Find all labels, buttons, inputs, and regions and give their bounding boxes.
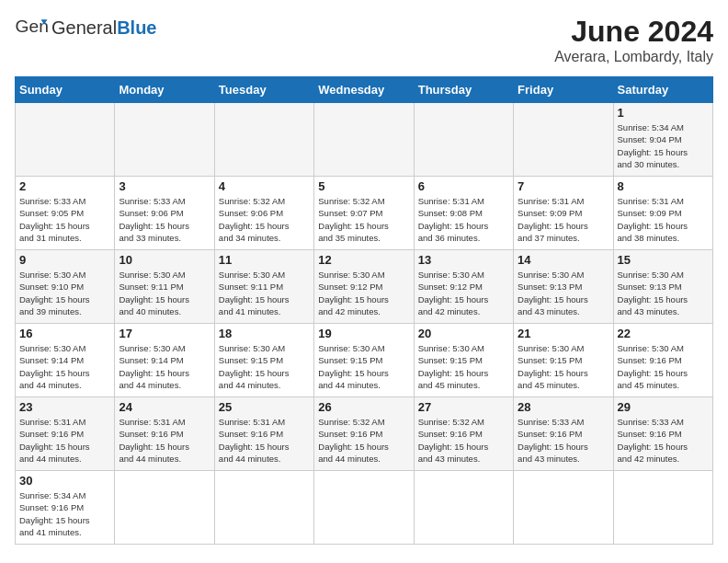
day-info: Sunrise: 5:30 AMSunset: 9:14 PMDaylight:… bbox=[19, 342, 110, 391]
day-number: 24 bbox=[119, 400, 210, 414]
calendar-cell: 23Sunrise: 5:31 AMSunset: 9:16 PMDayligh… bbox=[16, 397, 115, 471]
calendar-title: June 2024 bbox=[554, 15, 713, 49]
day-info: Sunrise: 5:30 AMSunset: 9:13 PMDaylight:… bbox=[618, 269, 709, 317]
calendar-cell bbox=[214, 471, 313, 545]
day-number: 13 bbox=[418, 253, 509, 267]
calendar-cell: 30Sunrise: 5:34 AMSunset: 9:16 PMDayligh… bbox=[16, 471, 115, 545]
calendar-cell bbox=[514, 471, 613, 545]
day-number: 25 bbox=[219, 400, 310, 414]
day-number: 21 bbox=[518, 327, 609, 340]
day-info: Sunrise: 5:31 AMSunset: 9:09 PMDaylight:… bbox=[518, 195, 609, 244]
day-number: 19 bbox=[318, 327, 409, 340]
day-number: 3 bbox=[119, 179, 210, 193]
day-number: 27 bbox=[418, 400, 509, 414]
calendar-cell bbox=[613, 471, 712, 545]
calendar-cell: 12Sunrise: 5:30 AMSunset: 9:12 PMDayligh… bbox=[314, 250, 414, 324]
day-info: Sunrise: 5:30 AMSunset: 9:15 PMDaylight:… bbox=[219, 342, 310, 391]
day-info: Sunrise: 5:34 AMSunset: 9:04 PMDaylight:… bbox=[618, 121, 709, 170]
header-sunday: Sunday bbox=[16, 77, 115, 103]
calendar-cell: 11Sunrise: 5:30 AMSunset: 9:11 PMDayligh… bbox=[214, 250, 313, 324]
calendar-cell: 21Sunrise: 5:30 AMSunset: 9:15 PMDayligh… bbox=[514, 324, 613, 397]
day-info: Sunrise: 5:33 AMSunset: 9:16 PMDaylight:… bbox=[518, 416, 609, 465]
header-saturday: Saturday bbox=[613, 77, 712, 103]
day-number: 16 bbox=[19, 327, 110, 340]
day-info: Sunrise: 5:32 AMSunset: 9:16 PMDaylight:… bbox=[418, 416, 509, 465]
calendar-cell: 19Sunrise: 5:30 AMSunset: 9:15 PMDayligh… bbox=[314, 324, 414, 397]
header-wednesday: Wednesday bbox=[314, 77, 414, 103]
day-number: 8 bbox=[618, 179, 709, 193]
day-info: Sunrise: 5:32 AMSunset: 9:07 PMDaylight:… bbox=[318, 195, 409, 244]
calendar-cell: 16Sunrise: 5:30 AMSunset: 9:14 PMDayligh… bbox=[16, 324, 115, 397]
calendar-week-row: 16Sunrise: 5:30 AMSunset: 9:14 PMDayligh… bbox=[16, 324, 713, 397]
day-number: 11 bbox=[219, 253, 310, 267]
day-info: Sunrise: 5:30 AMSunset: 9:15 PMDaylight:… bbox=[518, 342, 609, 391]
calendar-cell: 9Sunrise: 5:30 AMSunset: 9:10 PMDaylight… bbox=[16, 250, 115, 324]
day-info: Sunrise: 5:30 AMSunset: 9:11 PMDaylight:… bbox=[119, 269, 210, 317]
day-number: 18 bbox=[219, 327, 310, 340]
calendar-table: Sunday Monday Tuesday Wednesday Thursday… bbox=[15, 76, 713, 545]
day-info: Sunrise: 5:31 AMSunset: 9:16 PMDaylight:… bbox=[119, 416, 210, 465]
calendar-cell bbox=[514, 103, 613, 177]
calendar-cell: 7Sunrise: 5:31 AMSunset: 9:09 PMDaylight… bbox=[514, 177, 613, 250]
header-tuesday: Tuesday bbox=[214, 77, 313, 103]
calendar-cell bbox=[115, 471, 214, 545]
day-number: 23 bbox=[19, 400, 110, 414]
day-info: Sunrise: 5:30 AMSunset: 9:12 PMDaylight:… bbox=[318, 269, 409, 317]
day-number: 20 bbox=[418, 327, 509, 340]
calendar-cell bbox=[214, 103, 313, 177]
calendar-week-row: 9Sunrise: 5:30 AMSunset: 9:10 PMDaylight… bbox=[16, 250, 713, 324]
day-info: Sunrise: 5:30 AMSunset: 9:15 PMDaylight:… bbox=[318, 342, 409, 391]
calendar-cell: 3Sunrise: 5:33 AMSunset: 9:06 PMDaylight… bbox=[115, 177, 214, 250]
day-number: 29 bbox=[618, 400, 709, 414]
day-number: 14 bbox=[518, 253, 609, 267]
day-info: Sunrise: 5:33 AMSunset: 9:05 PMDaylight:… bbox=[19, 195, 110, 244]
logo-icon: General bbox=[15, 15, 48, 40]
calendar-cell: 28Sunrise: 5:33 AMSunset: 9:16 PMDayligh… bbox=[514, 397, 613, 471]
day-number: 30 bbox=[19, 474, 110, 488]
calendar-cell: 20Sunrise: 5:30 AMSunset: 9:15 PMDayligh… bbox=[414, 324, 513, 397]
day-info: Sunrise: 5:31 AMSunset: 9:09 PMDaylight:… bbox=[618, 195, 709, 244]
header-friday: Friday bbox=[514, 77, 613, 103]
day-info: Sunrise: 5:31 AMSunset: 9:16 PMDaylight:… bbox=[19, 416, 110, 465]
day-info: Sunrise: 5:34 AMSunset: 9:16 PMDaylight:… bbox=[19, 489, 110, 538]
day-info: Sunrise: 5:30 AMSunset: 9:12 PMDaylight:… bbox=[418, 269, 509, 317]
calendar-cell: 18Sunrise: 5:30 AMSunset: 9:15 PMDayligh… bbox=[214, 324, 313, 397]
calendar-cell: 26Sunrise: 5:32 AMSunset: 9:16 PMDayligh… bbox=[314, 397, 414, 471]
calendar-cell: 10Sunrise: 5:30 AMSunset: 9:11 PMDayligh… bbox=[115, 250, 214, 324]
header: General GeneralBlue June 2024 Averara, L… bbox=[15, 15, 713, 65]
day-info: Sunrise: 5:31 AMSunset: 9:16 PMDaylight:… bbox=[219, 416, 310, 465]
logo: General GeneralBlue bbox=[15, 15, 157, 40]
calendar-cell bbox=[414, 103, 513, 177]
calendar-subtitle: Averara, Lombardy, Italy bbox=[554, 49, 713, 65]
header-thursday: Thursday bbox=[414, 77, 513, 103]
calendar-cell: 27Sunrise: 5:32 AMSunset: 9:16 PMDayligh… bbox=[414, 397, 513, 471]
day-number: 4 bbox=[219, 179, 310, 193]
day-number: 1 bbox=[618, 106, 709, 120]
day-number: 15 bbox=[618, 253, 709, 267]
day-number: 22 bbox=[618, 327, 709, 340]
day-number: 12 bbox=[318, 253, 409, 267]
calendar-cell bbox=[16, 103, 115, 177]
logo-general: GeneralBlue bbox=[51, 18, 157, 37]
calendar-cell: 6Sunrise: 5:31 AMSunset: 9:08 PMDaylight… bbox=[414, 177, 513, 250]
day-number: 10 bbox=[119, 253, 210, 267]
calendar-week-row: 23Sunrise: 5:31 AMSunset: 9:16 PMDayligh… bbox=[16, 397, 713, 471]
day-info: Sunrise: 5:32 AMSunset: 9:06 PMDaylight:… bbox=[219, 195, 310, 244]
calendar-week-row: 2Sunrise: 5:33 AMSunset: 9:05 PMDaylight… bbox=[16, 177, 713, 250]
calendar-cell: 2Sunrise: 5:33 AMSunset: 9:05 PMDaylight… bbox=[16, 177, 115, 250]
day-info: Sunrise: 5:30 AMSunset: 9:10 PMDaylight:… bbox=[19, 269, 110, 317]
calendar-week-row: 30Sunrise: 5:34 AMSunset: 9:16 PMDayligh… bbox=[16, 471, 713, 545]
title-block: June 2024 Averara, Lombardy, Italy bbox=[554, 15, 713, 65]
day-info: Sunrise: 5:30 AMSunset: 9:15 PMDaylight:… bbox=[418, 342, 509, 391]
calendar-cell: 29Sunrise: 5:33 AMSunset: 9:16 PMDayligh… bbox=[613, 397, 712, 471]
day-number: 2 bbox=[19, 179, 110, 193]
day-number: 26 bbox=[318, 400, 409, 414]
calendar-cell bbox=[414, 471, 513, 545]
day-info: Sunrise: 5:30 AMSunset: 9:13 PMDaylight:… bbox=[518, 269, 609, 317]
calendar-week-row: 1Sunrise: 5:34 AMSunset: 9:04 PMDaylight… bbox=[16, 103, 713, 177]
day-info: Sunrise: 5:31 AMSunset: 9:08 PMDaylight:… bbox=[418, 195, 509, 244]
day-number: 9 bbox=[19, 253, 110, 267]
calendar-cell: 8Sunrise: 5:31 AMSunset: 9:09 PMDaylight… bbox=[613, 177, 712, 250]
calendar-cell: 22Sunrise: 5:30 AMSunset: 9:16 PMDayligh… bbox=[613, 324, 712, 397]
day-info: Sunrise: 5:32 AMSunset: 9:16 PMDaylight:… bbox=[318, 416, 409, 465]
